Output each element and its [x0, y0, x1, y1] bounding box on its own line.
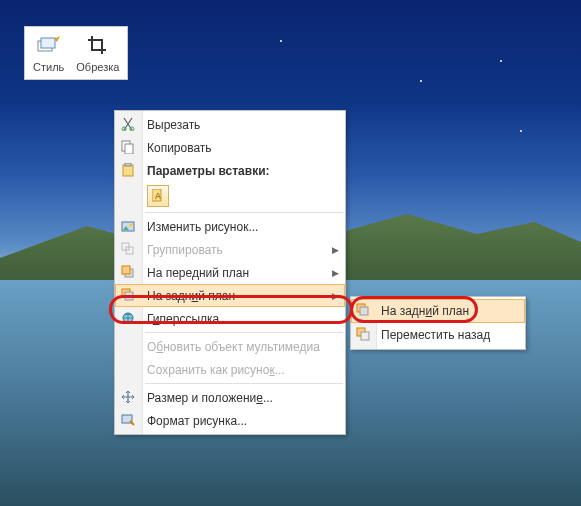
context-menu: Вырезать Копировать Параметры вставки: A… — [114, 110, 346, 435]
submenu-arrow-icon: ▶ — [332, 245, 339, 255]
paste-options-row: A — [115, 182, 345, 210]
paste-option-keep-text[interactable]: A — [147, 185, 169, 207]
submenu-send-back: На задний план Переместить назад — [350, 296, 526, 350]
menu-update-media-label: Обновить объект мультимедиа — [147, 340, 320, 354]
bring-front-icon — [120, 264, 136, 280]
menu-send-back[interactable]: На задний план ▶ — [115, 284, 345, 307]
move-back-icon — [355, 326, 371, 342]
separator — [145, 212, 343, 213]
group-icon — [120, 241, 136, 257]
svg-rect-6 — [123, 165, 133, 176]
separator — [145, 332, 343, 333]
svg-rect-16 — [125, 292, 133, 300]
menu-group-label: Группировать — [147, 243, 223, 257]
menu-bring-front-label: На передний план — [147, 266, 249, 280]
crop-icon — [85, 33, 111, 59]
menu-hyperlink[interactable]: Гиперссылка... — [115, 307, 345, 330]
style-label: Стиль — [33, 61, 64, 73]
svg-rect-5 — [125, 144, 133, 154]
menu-paste-header: Параметры вставки: — [115, 159, 345, 182]
menu-bring-front[interactable]: На передний план ▶ — [115, 261, 345, 284]
menu-update-media: Обновить объект мультимедиа — [115, 335, 345, 358]
menu-save-as-picture: Сохранить как рисунок... — [115, 358, 345, 381]
menu-hyperlink-label: Гиперссылка... — [147, 312, 229, 326]
separator — [145, 383, 343, 384]
menu-size-position-label: Размер и положение... — [147, 391, 273, 405]
hyperlink-icon — [120, 310, 136, 326]
menu-format-picture[interactable]: Формат рисунка... — [115, 409, 345, 432]
menu-change-picture-label: Изменить рисунок... — [147, 220, 258, 234]
menu-group: Группировать ▶ — [115, 238, 345, 261]
crop-button[interactable]: Обрезка — [70, 31, 125, 75]
menu-copy-label: Копировать — [147, 141, 212, 155]
submenu-arrow-icon: ▶ — [332, 291, 339, 301]
send-back-icon — [120, 287, 136, 303]
svg-point-10 — [130, 224, 133, 227]
menu-cut[interactable]: Вырезать — [115, 113, 345, 136]
submenu-send-to-back-label: На задний план — [381, 304, 469, 318]
style-icon — [36, 33, 62, 59]
style-button[interactable]: Стиль — [27, 31, 70, 75]
svg-rect-7 — [125, 163, 131, 166]
submenu-move-backward[interactable]: Переместить назад — [351, 323, 525, 347]
menu-paste-header-label: Параметры вставки: — [147, 164, 270, 178]
menu-cut-label: Вырезать — [147, 118, 200, 132]
svg-rect-20 — [360, 307, 368, 315]
menu-change-picture[interactable]: Изменить рисунок... — [115, 215, 345, 238]
size-position-icon — [120, 389, 136, 405]
svg-rect-22 — [361, 332, 369, 340]
send-back-icon — [355, 302, 371, 318]
menu-send-back-label: На задний план — [147, 289, 235, 303]
crop-label: Обрезка — [76, 61, 119, 73]
menu-save-as-picture-label: Сохранить как рисунок... — [147, 363, 285, 377]
format-picture-icon — [120, 412, 136, 428]
submenu-send-to-back[interactable]: На задний план — [351, 299, 525, 323]
submenu-arrow-icon: ▶ — [332, 268, 339, 278]
menu-copy[interactable]: Копировать — [115, 136, 345, 159]
ribbon-group: Стиль Обрезка — [24, 26, 128, 80]
cut-icon — [120, 116, 136, 132]
change-picture-icon — [120, 218, 136, 234]
svg-rect-1 — [41, 38, 55, 48]
paste-icon — [120, 162, 136, 178]
menu-format-picture-label: Формат рисунка... — [147, 414, 247, 428]
menu-size-position[interactable]: Размер и положение... — [115, 386, 345, 409]
copy-icon — [120, 139, 136, 155]
submenu-move-backward-label: Переместить назад — [381, 328, 490, 342]
svg-rect-14 — [122, 266, 130, 274]
